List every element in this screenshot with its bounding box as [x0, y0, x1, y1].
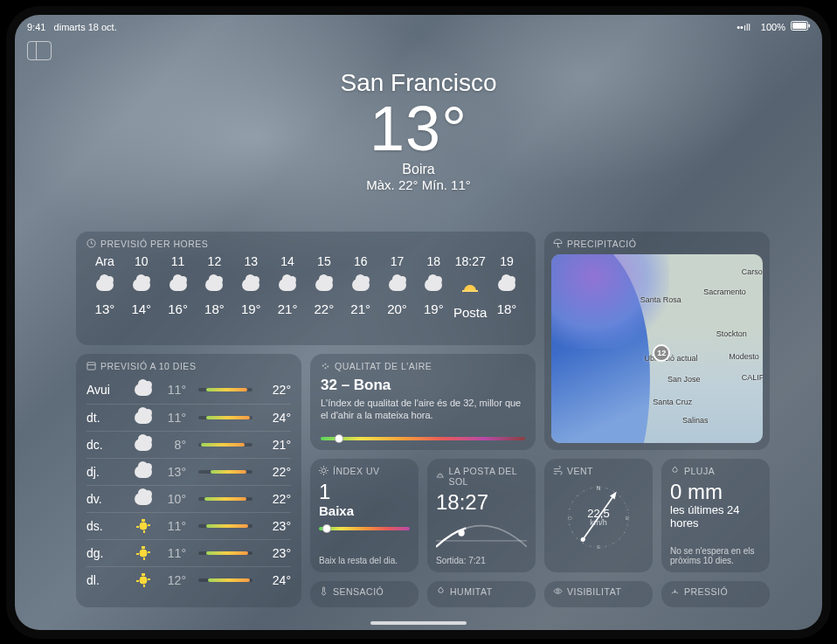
- calendar-icon: [86, 361, 96, 370]
- ipad-frame: 9:41 dimarts 18 oct. ••ıll 100% San Fran…: [6, 6, 831, 639]
- sunset-time: 18:27: [436, 492, 527, 513]
- cloud-icon: [425, 279, 442, 291]
- hour-label: 15: [317, 254, 331, 268]
- uv-scale: [319, 527, 410, 530]
- sun-icon: [134, 518, 153, 534]
- hour-item[interactable]: 1319°: [232, 254, 269, 320]
- cards-grid: PREVISIÓ PER HORES Ara13°1014°1116°1218°…: [76, 232, 770, 621]
- temp-range-bar: [198, 524, 252, 528]
- thermometer-icon: [319, 586, 329, 596]
- cloud-icon: [389, 279, 406, 291]
- hour-temp: 19°: [424, 301, 444, 316]
- day-high: 23°: [265, 546, 291, 560]
- day-low: 11°: [160, 519, 186, 533]
- hour-temp: 21°: [350, 301, 370, 316]
- temp-range-bar: [198, 388, 252, 391]
- hour-item[interactable]: Ara13°: [86, 254, 123, 320]
- day-name: dj.: [86, 465, 127, 479]
- humidity-icon: [436, 586, 446, 596]
- day-name: dl.: [86, 573, 127, 587]
- hour-label: 11: [171, 254, 185, 268]
- hour-temp: 18°: [204, 301, 225, 316]
- day-row[interactable]: dl. 12° 24°: [86, 566, 291, 593]
- cloud-icon: [498, 279, 515, 291]
- svg-point-7: [327, 366, 329, 368]
- home-indicator[interactable]: [370, 621, 467, 625]
- eye-icon: [553, 586, 563, 596]
- day-name: ds.: [86, 519, 127, 533]
- day-high: 21°: [265, 438, 291, 452]
- temp-range-bar: [198, 443, 252, 447]
- cloud-icon: [279, 279, 296, 291]
- svg-point-6: [325, 364, 327, 365]
- hour-temp: 22°: [315, 301, 335, 316]
- hourly-row[interactable]: Ara13°1014°1116°1218°1319°1421°1522°1621…: [86, 254, 525, 320]
- city-name: San Francisco: [15, 69, 822, 97]
- hour-label: 18: [427, 254, 441, 268]
- feels-like-card[interactable]: SENSACIÓ: [310, 581, 418, 607]
- svg-point-5: [322, 365, 324, 367]
- day-name: Avui: [86, 383, 127, 397]
- current-temp: 13°: [15, 97, 822, 160]
- wind-compass: N E S O 22,5 km/h: [561, 480, 636, 555]
- map-city-label: Santa Cruz: [653, 398, 692, 406]
- map-city-label: Salinas: [682, 416, 709, 425]
- rain-card[interactable]: PLUJA 0 mm les últimes 24 hores No se n'…: [661, 459, 770, 572]
- visibility-card[interactable]: VISIBILITAT: [544, 581, 653, 607]
- hourly-forecast-card[interactable]: PREVISIÓ PER HORES Ara13°1014°1116°1218°…: [76, 232, 536, 345]
- uv-index-card[interactable]: ÍNDEX UV 1 Baixa Baix la resta del dia.: [310, 459, 418, 572]
- wind-icon: [553, 466, 563, 475]
- ten-day-forecast-card[interactable]: PREVISIÓ A 10 DIES Avui 11° 22°dt. 11° 2…: [76, 354, 301, 607]
- hour-item[interactable]: 1218°: [196, 254, 232, 320]
- cloud-icon: [133, 279, 150, 291]
- day-row[interactable]: dc. 8° 21°: [86, 431, 291, 458]
- tenday-title: PREVISIÓ A 10 DIES: [100, 361, 196, 371]
- precipitation-map-card[interactable]: PRECIPITACIÓ Santa RosaSacramentoStockto…: [544, 232, 770, 450]
- day-name: dv.: [86, 492, 127, 506]
- hour-item[interactable]: 1720°: [379, 254, 416, 320]
- map-city-label: Carson: [742, 267, 763, 276]
- day-name: dt.: [86, 411, 127, 425]
- hour-item[interactable]: 1116°: [160, 254, 197, 320]
- temp-range-bar: [198, 416, 252, 419]
- day-row[interactable]: dv. 10° 22°: [86, 485, 291, 512]
- hour-item[interactable]: 1014°: [123, 254, 160, 320]
- sun-icon: [134, 545, 153, 561]
- day-low: 11°: [160, 383, 186, 397]
- day-name: dg.: [86, 546, 127, 560]
- day-row[interactable]: dg. 11° 23°: [86, 539, 291, 566]
- temp-range-bar: [198, 578, 252, 582]
- day-row[interactable]: dt. 11° 24°: [86, 404, 291, 431]
- peek-row: SENSACIÓ HUMITAT VISIBILITAT PRESSIÓ: [310, 581, 770, 607]
- day-low: 8°: [160, 438, 186, 452]
- svg-point-9: [322, 468, 326, 473]
- gauge-icon: [670, 586, 680, 596]
- air-quality-card[interactable]: QUALITAT DE L'AIRE 32 – Bona L'índex de …: [310, 354, 536, 450]
- uv-level: Baixa: [319, 503, 410, 518]
- screen: 9:41 dimarts 18 oct. ••ıll 100% San Fran…: [15, 15, 822, 630]
- hour-item[interactable]: 18:27Posta: [452, 254, 488, 320]
- map-city-label: Sacramento: [703, 287, 746, 296]
- day-row[interactable]: dj. 13° 22°: [86, 458, 291, 485]
- sun-path-graphic: [436, 515, 527, 555]
- hour-temp: 13°: [95, 301, 115, 316]
- pressure-card[interactable]: PRESSIÓ: [661, 581, 770, 607]
- hour-label: 10: [135, 254, 149, 268]
- cloud-icon: [352, 279, 370, 291]
- map-city-label: Modesto: [729, 352, 759, 361]
- hour-item[interactable]: 1819°: [415, 254, 452, 320]
- day-row[interactable]: Avui 11° 22°: [86, 377, 291, 404]
- hour-item[interactable]: 1522°: [306, 254, 342, 320]
- cloud-icon: [134, 493, 153, 505]
- sun-icon: [134, 572, 153, 588]
- hour-item[interactable]: 1421°: [269, 254, 306, 320]
- wind-speed: 22,5: [587, 508, 609, 519]
- day-row[interactable]: ds. 11° 23°: [86, 512, 291, 539]
- hour-item[interactable]: 1621°: [342, 254, 379, 320]
- sunset-card[interactable]: LA POSTA DEL SOL 18:27 Sortida: 7:21: [427, 459, 536, 572]
- svg-point-8: [325, 367, 327, 369]
- map-canvas[interactable]: Santa RosaSacramentoStocktonModestoSan J…: [551, 254, 763, 443]
- humidity-card[interactable]: HUMITAT: [427, 581, 536, 607]
- wind-card[interactable]: VENT N E S O: [544, 459, 653, 572]
- hour-item[interactable]: 1918°: [488, 254, 525, 320]
